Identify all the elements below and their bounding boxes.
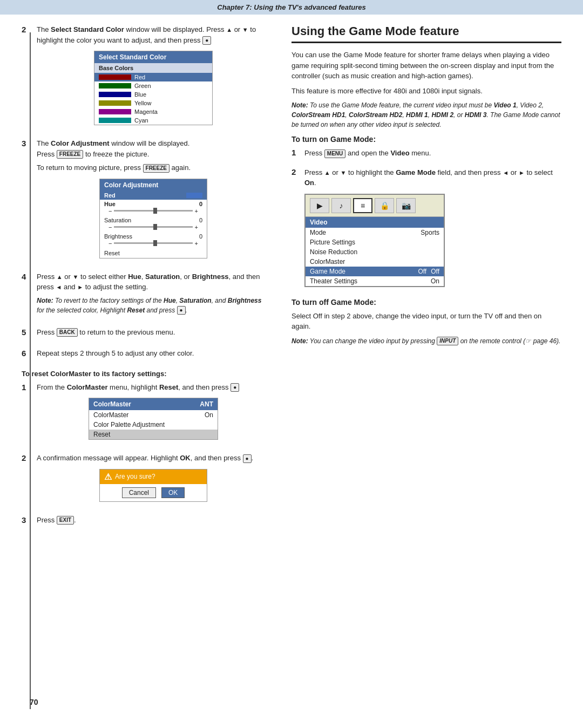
video-theater-value: On bbox=[431, 277, 439, 285]
ok-button[interactable]: OK bbox=[161, 487, 185, 498]
reset-step-3-text: Press EXIT. bbox=[37, 515, 270, 526]
video-colormaster-label: ColorMaster bbox=[310, 258, 345, 266]
select-standard-color-dialog: Select Standard Color Base Colors Red Gr… bbox=[94, 51, 213, 125]
hue-track bbox=[114, 210, 192, 212]
right-step-1-content: Press MENU and open the Video menu. bbox=[304, 148, 431, 162]
reset-heading: To reset ColorMaster to its factory sett… bbox=[22, 370, 270, 378]
step-3-text2: To return to moving picture, press FREEZ… bbox=[37, 162, 270, 173]
menu-icon-list: ≡ bbox=[353, 198, 372, 213]
step-6-content: Repeat steps 2 through 5 to adjust any o… bbox=[37, 348, 270, 362]
step-4-text: Press ▲ or ▼ to select either Hue, Satur… bbox=[37, 271, 270, 292]
cm-label-reset: Reset bbox=[93, 431, 110, 438]
sat-track bbox=[114, 226, 192, 228]
yellow-label: Yellow bbox=[134, 100, 151, 106]
step-6: 6 Repeat steps 2 through 5 to adjust any… bbox=[22, 348, 270, 362]
video-mode-label: Mode bbox=[310, 229, 326, 236]
cm-row-colormaster: ColorMaster On bbox=[89, 410, 218, 420]
step-6-text: Repeat steps 2 through 5 to adjust any o… bbox=[37, 348, 270, 359]
red-swatch bbox=[99, 74, 131, 80]
color-row-red: Red bbox=[94, 73, 212, 81]
ca-hue-section: Hue 0 − + bbox=[100, 200, 207, 216]
right-column: Using the Game Mode feature You can use … bbox=[292, 24, 561, 536]
left-border bbox=[30, 32, 31, 709]
bright-thumb bbox=[153, 240, 157, 246]
video-menu-row-gamemode: Game Mode Off Off bbox=[306, 267, 444, 276]
video-mode-value: Sports bbox=[421, 229, 439, 236]
page: Chapter 7: Using the TV's advanced featu… bbox=[0, 0, 583, 728]
bright-minus-icon: − bbox=[109, 240, 112, 247]
step-5-text: Press BACK to return to the previous men… bbox=[37, 327, 270, 338]
color-row-blue: Blue bbox=[94, 90, 212, 99]
yellow-swatch bbox=[99, 100, 131, 106]
ca-dialog-title: Color Adjustment bbox=[100, 179, 207, 191]
confirm-header: ⚠ Are you sure? bbox=[100, 470, 207, 484]
cm-value-on: On bbox=[205, 411, 213, 419]
right-step-2: 2 Press ▲ or ▼ to highlight the Game Mod… bbox=[292, 167, 561, 292]
sat-minus-icon: − bbox=[109, 224, 112, 230]
video-gamemode-off: Off bbox=[418, 268, 426, 275]
video-menu-row-mode: Mode Sports bbox=[306, 228, 444, 237]
step-5-content: Press BACK to return to the previous men… bbox=[37, 327, 270, 341]
sat-plus-icon: + bbox=[195, 224, 198, 230]
intro-text-1: You can use the Game Mode feature for sh… bbox=[292, 50, 561, 81]
ca-bright-label-row: Brightness 0 bbox=[104, 233, 202, 240]
bright-plus-icon: + bbox=[195, 240, 198, 247]
color-adjustment-dialog: Color Adjustment Red Hue 0 bbox=[99, 179, 207, 258]
color-row-magenta: Magenta bbox=[94, 107, 212, 116]
color-row-green: Green bbox=[94, 81, 212, 90]
video-gamemode-values: Off Off bbox=[418, 268, 439, 275]
cyan-label: Cyan bbox=[134, 117, 148, 124]
dialog-title: Select Standard Color bbox=[94, 51, 212, 63]
reset-step-2: 2 A confirmation message will appear. Hi… bbox=[22, 453, 270, 507]
step-3-content: The Color Adjustment window will be disp… bbox=[37, 138, 270, 264]
video-theater-label: Theater Settings bbox=[310, 277, 357, 285]
color-row-yellow: Yellow bbox=[94, 99, 212, 107]
ca-bright-label: Brightness bbox=[104, 233, 132, 240]
ca-label-red: Red bbox=[104, 192, 116, 199]
ca-sat-label-row: Saturation 0 bbox=[104, 217, 202, 223]
note2-text: Note: You can change the video input by … bbox=[292, 336, 561, 346]
magenta-swatch bbox=[99, 109, 131, 114]
step-2-text: The Select Standard Color window will be… bbox=[37, 24, 270, 45]
page-number: 70 bbox=[30, 698, 38, 706]
cancel-button[interactable]: Cancel bbox=[122, 487, 156, 498]
confirm-dialog: ⚠ Are you sure? Cancel OK bbox=[99, 469, 207, 502]
ca-brightness-section: Brightness 0 − + bbox=[100, 232, 207, 248]
confirm-title: Are you sure? bbox=[115, 473, 155, 480]
reset-step-3: 3 Press EXIT. bbox=[22, 515, 270, 529]
menu-icon-lock: 🔒 bbox=[375, 198, 394, 213]
ca-sat-slider: − + bbox=[104, 223, 202, 231]
video-gamemode-label: Game Mode bbox=[310, 268, 345, 275]
sat-thumb bbox=[153, 224, 157, 230]
blue-swatch bbox=[99, 92, 131, 97]
step-4-content: Press ▲ or ▼ to select either Hue, Satur… bbox=[37, 271, 270, 319]
ca-hue-slider: − + bbox=[104, 207, 202, 215]
to-turn-on-heading: To turn on Game Mode: bbox=[292, 135, 561, 144]
blue-label: Blue bbox=[134, 91, 146, 98]
chapter-header-text: Chapter 7: Using the TV's advanced featu… bbox=[217, 3, 365, 11]
warning-icon: ⚠ bbox=[104, 472, 112, 482]
right-step-2-text: Press ▲ or ▼ to highlight the Game Mode … bbox=[304, 167, 561, 188]
ca-hue-label: Hue bbox=[104, 201, 116, 207]
ca-sat-label: Saturation bbox=[104, 217, 131, 223]
chapter-header: Chapter 7: Using the TV's advanced featu… bbox=[0, 0, 583, 15]
minus-icon: − bbox=[109, 208, 112, 214]
dialog-subtitle: Base Colors bbox=[94, 63, 212, 73]
cm-row-reset: Reset bbox=[89, 430, 218, 439]
confirm-buttons: Cancel OK bbox=[100, 484, 207, 501]
step-2-content: The Select Standard Color window will be… bbox=[37, 24, 270, 131]
turn-off-text: Select Off in step 2 above, change the v… bbox=[292, 311, 561, 332]
ca-hue-value: 0 bbox=[199, 201, 202, 207]
ca-saturation-section: Saturation 0 − + bbox=[100, 216, 207, 232]
video-menu-row-picture: Picture Settings bbox=[306, 237, 444, 247]
right-step-2-content: Press ▲ or ▼ to highlight the Game Mode … bbox=[304, 167, 561, 292]
menu-icon-play: ▶ bbox=[310, 198, 329, 213]
magenta-label: Magenta bbox=[134, 108, 158, 115]
intro-text-2: This feature is more effective for 480i … bbox=[292, 86, 561, 97]
video-menu-row-theater: Theater Settings On bbox=[306, 276, 444, 286]
right-step-num-1: 1 bbox=[292, 148, 300, 162]
reset-step-1-text: From the ColorMaster menu, highlight Res… bbox=[37, 382, 270, 393]
green-label: Green bbox=[134, 83, 151, 89]
reset-step-2-text: A confirmation message will appear. High… bbox=[37, 453, 270, 464]
menu-icon-cam: 📷 bbox=[396, 198, 416, 213]
